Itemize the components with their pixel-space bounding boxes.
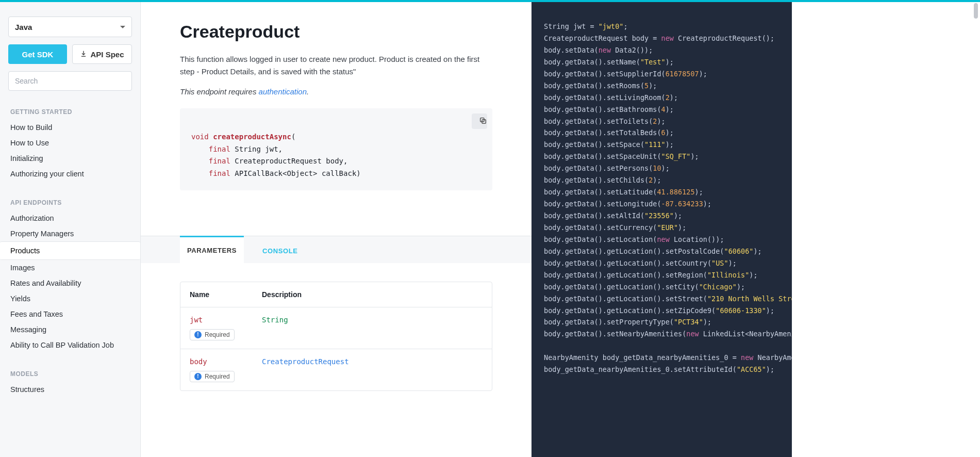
section-models: MODELS — [8, 370, 132, 378]
col-header-desc: Description — [262, 290, 483, 299]
top-accent-bar — [0, 0, 980, 2]
tab-parameters[interactable]: PARAMETERS — [180, 236, 244, 263]
sidebar-item-how-to-build[interactable]: How to Build — [8, 120, 132, 135]
param-name: body — [190, 357, 207, 366]
param-row-jwt: jwtString!Required — [180, 307, 492, 349]
page-title: Createproduct — [180, 22, 492, 42]
param-name: jwt — [190, 316, 203, 324]
download-icon — [80, 50, 87, 59]
chevron-down-icon — [120, 26, 125, 28]
section-getting-started: GETTING STARTED — [8, 108, 132, 116]
info-icon: ! — [194, 373, 202, 380]
param-type: String — [262, 316, 288, 324]
param-row-body: bodyCreateproductRequest!Required — [180, 349, 492, 390]
sidebar-item-rates-and-availability[interactable]: Rates and Availability — [8, 275, 132, 291]
sidebar-item-authorizing-your-client[interactable]: Authorizing your client — [8, 166, 132, 182]
api-spec-button[interactable]: API Spec — [72, 44, 132, 64]
parameters-table: Name Description jwtString!RequiredbodyC… — [180, 282, 492, 391]
search-input[interactable] — [8, 71, 132, 91]
parameters-section: Name Description jwtString!RequiredbodyC… — [141, 263, 531, 412]
sidebar-item-how-to-use[interactable]: How to Use — [8, 135, 132, 151]
main: Createproduct This function allows logge… — [141, 0, 980, 457]
sidebar-item-messaging[interactable]: Messaging — [8, 322, 132, 337]
sidebar: Java Get SDK API Spec GETTING STARTED Ho… — [0, 0, 141, 457]
tab-console[interactable]: CONSOLE — [262, 236, 297, 263]
sidebar-item-fees-and-taxes[interactable]: Fees and Taxes — [8, 306, 132, 322]
sidebar-item-authorization[interactable]: Authorization — [8, 210, 132, 226]
sidebar-item-images[interactable]: Images — [8, 260, 132, 275]
required-badge: !Required — [190, 371, 235, 382]
param-type[interactable]: CreateproductRequest — [262, 357, 349, 366]
code-example-pane: String jwt = "jwt0"; CreateproductReques… — [531, 0, 792, 457]
sidebar-item-property-managers[interactable]: Property Managers — [8, 226, 132, 241]
description: This function allows logged in user to c… — [180, 53, 492, 78]
doc-column: Createproduct This function allows logge… — [141, 0, 531, 457]
copy-icon — [472, 109, 488, 134]
section-api-endpoints: API ENDPOINTS — [8, 199, 132, 206]
authentication-link[interactable]: authentication — [259, 87, 307, 96]
sidebar-item-yields[interactable]: Yields — [8, 291, 132, 306]
sidebar-item-products[interactable]: Products — [0, 241, 140, 260]
tabs-container: PARAMETERS CONSOLE — [141, 236, 531, 263]
required-badge: !Required — [190, 329, 235, 340]
sidebar-item-initializing[interactable]: Initializing — [8, 151, 132, 166]
scrollbar-thumb[interactable] — [974, 3, 978, 19]
sidebar-item-structures[interactable]: Structures — [8, 382, 132, 397]
copy-button[interactable] — [472, 113, 487, 129]
signature-code-block: void createproductAsync( final String jw… — [180, 108, 492, 190]
language-selected: Java — [15, 23, 32, 31]
language-selector[interactable]: Java — [8, 17, 132, 37]
get-sdk-button[interactable]: Get SDK — [8, 44, 67, 64]
sidebar-item-ability-to-call-bp-validation-job[interactable]: Ability to Call BP Validation Job — [8, 337, 132, 353]
col-header-name: Name — [190, 290, 262, 299]
auth-note: This endpoint requires authentication. — [180, 87, 492, 96]
right-gutter — [792, 0, 980, 457]
info-icon: ! — [194, 331, 202, 338]
